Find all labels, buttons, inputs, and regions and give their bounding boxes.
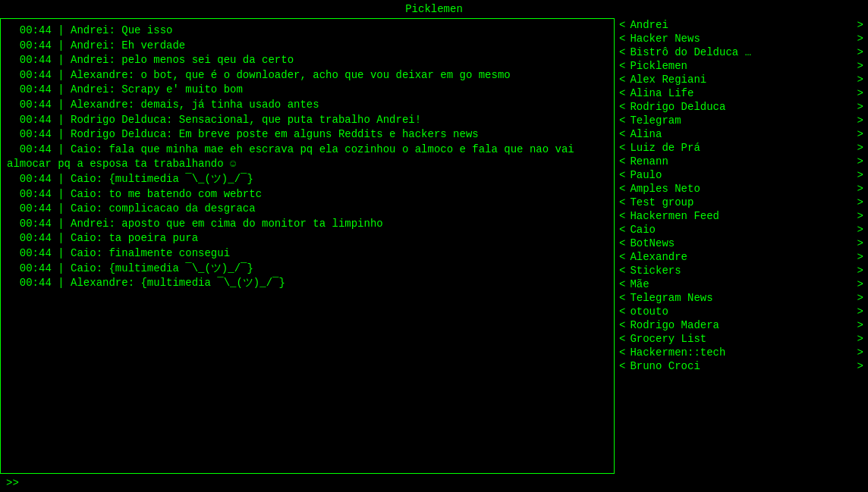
chat-panel[interactable]: 00:44 | Andrei: Que isso 00:44 | Andrei:… xyxy=(0,18,615,474)
sidebar-arrow-left: < xyxy=(619,33,625,45)
sidebar-item[interactable]: <BotNews> xyxy=(618,237,865,250)
app: Picklemen 00:44 | Andrei: Que isso 00:44… xyxy=(0,0,868,492)
header: Picklemen xyxy=(0,0,868,18)
sidebar-contact-name: Picklemen xyxy=(625,60,857,72)
sidebar-arrow-left: < xyxy=(619,319,625,331)
sidebar-contact-name: Telegram News xyxy=(625,292,857,304)
sidebar-item[interactable]: <Caio> xyxy=(618,223,865,237)
sidebar-item[interactable]: <Amples Neto> xyxy=(618,182,865,196)
chat-messages: 00:44 | Andrei: Que isso 00:44 | Andrei:… xyxy=(7,24,608,291)
sidebar-arrow-right: > xyxy=(857,155,863,168)
sidebar-arrow-right: > xyxy=(857,360,863,372)
sidebar-contact-name: Alina xyxy=(625,128,857,140)
sidebar-arrow-left: < xyxy=(619,237,625,249)
sidebar: <Andrei><Hacker News><Bistrô do Delduca … xyxy=(615,18,868,474)
sidebar-item[interactable]: <Luiz de Prá> xyxy=(618,141,865,155)
sidebar-arrow-left: < xyxy=(619,74,625,86)
sidebar-item[interactable]: <Bistrô do Delduca …> xyxy=(618,45,865,59)
sidebar-item[interactable]: <Telegram News> xyxy=(618,291,865,305)
sidebar-arrow-right: > xyxy=(857,33,863,45)
sidebar-contact-name: Bistrô do Delduca … xyxy=(625,46,857,58)
sidebar-contact-name: Rodrigo Delduca xyxy=(625,101,857,113)
sidebar-item[interactable]: <Andrei> xyxy=(618,18,865,32)
sidebar-arrow-right: > xyxy=(857,60,863,72)
sidebar-arrow-right: > xyxy=(857,237,863,249)
sidebar-contact-name: Bruno Croci xyxy=(625,360,857,372)
sidebar-contact-name: Rodrigo Madera xyxy=(625,319,857,331)
sidebar-arrow-left: < xyxy=(619,196,625,208)
sidebar-arrow-left: < xyxy=(619,114,625,127)
sidebar-arrow-right: > xyxy=(857,183,863,195)
sidebar-arrow-left: < xyxy=(619,101,625,113)
sidebar-contact-name: Luiz de Prá xyxy=(625,142,857,154)
sidebar-item[interactable]: <Stickers> xyxy=(618,264,865,277)
sidebar-contact-name: Paulo xyxy=(625,169,857,181)
sidebar-contact-name: Hackermen Feed xyxy=(625,210,857,222)
sidebar-arrow-right: > xyxy=(857,19,863,31)
sidebar-arrow-right: > xyxy=(857,87,863,99)
sidebar-contact-name: Alexandre xyxy=(625,251,857,263)
sidebar-item[interactable]: <Alex Regiani> xyxy=(618,73,865,86)
sidebar-arrow-right: > xyxy=(857,114,863,127)
sidebar-arrow-left: < xyxy=(619,60,625,72)
sidebar-contact-name: Test group xyxy=(625,196,857,208)
sidebar-arrow-left: < xyxy=(619,19,625,31)
sidebar-item[interactable]: <Telegram> xyxy=(618,114,865,127)
sidebar-arrow-right: > xyxy=(857,142,863,154)
header-title: Picklemen xyxy=(405,3,463,15)
sidebar-arrow-left: < xyxy=(619,155,625,168)
sidebar-item[interactable]: <Alina> xyxy=(618,127,865,141)
sidebar-contact-name: Andrei xyxy=(625,19,857,31)
sidebar-arrow-right: > xyxy=(857,74,863,86)
sidebar-arrow-left: < xyxy=(619,278,625,290)
sidebar-item[interactable]: <Hackermen Feed> xyxy=(618,209,865,223)
sidebar-arrow-left: < xyxy=(619,169,625,181)
sidebar-arrow-right: > xyxy=(857,224,863,236)
sidebar-contact-name: Grocery List xyxy=(625,333,857,345)
sidebar-arrow-right: > xyxy=(857,306,863,318)
sidebar-arrow-left: < xyxy=(619,183,625,195)
sidebar-arrow-left: < xyxy=(619,87,625,99)
sidebar-arrow-left: < xyxy=(619,224,625,236)
sidebar-item[interactable]: <Mãe> xyxy=(618,277,865,291)
sidebar-contact-name: Alex Regiani xyxy=(625,74,857,86)
sidebar-contact-name: Stickers xyxy=(625,265,857,277)
sidebar-item[interactable]: <Grocery List> xyxy=(618,332,865,346)
sidebar-item[interactable]: <Test group> xyxy=(618,196,865,209)
sidebar-item[interactable]: <Alexandre> xyxy=(618,250,865,264)
sidebar-arrow-left: < xyxy=(619,128,625,140)
sidebar-arrow-left: < xyxy=(619,46,625,58)
sidebar-arrow-right: > xyxy=(857,292,863,304)
sidebar-arrow-right: > xyxy=(857,265,863,277)
sidebar-arrow-left: < xyxy=(619,333,625,345)
sidebar-arrow-right: > xyxy=(857,46,863,58)
sidebar-item[interactable]: <otouto> xyxy=(618,305,865,318)
sidebar-arrow-right: > xyxy=(857,101,863,113)
sidebar-contact-name: Hacker News xyxy=(625,33,857,45)
sidebar-contact-name: Hackermen::tech xyxy=(625,346,857,359)
sidebar-arrow-right: > xyxy=(857,333,863,345)
sidebar-item[interactable]: <Renann> xyxy=(618,155,865,168)
sidebar-item[interactable]: <Alina Life> xyxy=(618,86,865,100)
sidebar-item[interactable]: <Rodrigo Madera> xyxy=(618,318,865,332)
input-bar: >> xyxy=(0,474,868,492)
sidebar-item[interactable]: <Paulo> xyxy=(618,168,865,182)
sidebar-item[interactable]: <Hackermen::tech> xyxy=(618,346,865,359)
sidebar-item[interactable]: <Bruno Croci> xyxy=(618,359,865,373)
sidebar-item[interactable]: <Hacker News> xyxy=(618,32,865,45)
sidebar-arrow-left: < xyxy=(619,210,625,222)
sidebar-arrow-right: > xyxy=(857,251,863,263)
sidebar-item[interactable]: <Picklemen> xyxy=(618,59,865,73)
sidebar-contact-name: Amples Neto xyxy=(625,183,857,195)
sidebar-arrow-right: > xyxy=(857,128,863,140)
sidebar-arrow-left: < xyxy=(619,360,625,372)
sidebar-arrow-left: < xyxy=(619,346,625,359)
sidebar-contact-name: BotNews xyxy=(625,237,857,249)
sidebar-arrow-right: > xyxy=(857,196,863,208)
sidebar-item[interactable]: <Rodrigo Delduca> xyxy=(618,100,865,114)
sidebar-contact-name: Telegram xyxy=(625,114,857,127)
sidebar-arrow-left: < xyxy=(619,265,625,277)
sidebar-contact-name: otouto xyxy=(625,306,857,318)
sidebar-arrow-right: > xyxy=(857,210,863,222)
sidebar-arrow-left: < xyxy=(619,306,625,318)
